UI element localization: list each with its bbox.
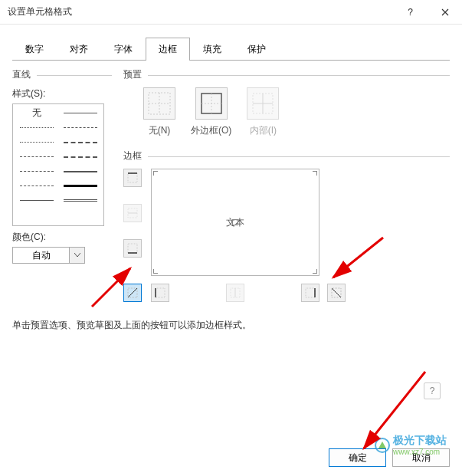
line-style-opt[interactable] [58,149,102,164]
border-vmiddle-button[interactable] [226,284,244,302]
line-style-opt[interactable] [15,164,58,179]
ok-button[interactable]: 确定 [329,448,386,467]
tab-alignment[interactable]: 对齐 [57,38,101,61]
content-area: 直线 样式(S): 无 [0,61,462,340]
tab-font[interactable]: 字体 [101,38,146,61]
preset-inside-button [247,87,279,120]
line-style-box[interactable]: 无 [12,103,104,226]
footer: 确定 取消 [329,448,450,467]
line-style-opt[interactable] [15,193,58,208]
border-right-icon [304,287,316,299]
preset-none-button[interactable] [143,87,175,120]
border-bottom-icon [126,242,139,254]
line-style-opt[interactable] [58,135,102,149]
border-hmiddle-icon [126,207,139,219]
preview-text: 文本 [226,216,244,229]
line-group-label: 直线 [12,68,112,81]
border-preview[interactable]: 文本 [151,169,319,276]
annotation-arrow-3-icon [352,368,437,460]
svg-rect-13 [128,244,137,253]
preset-row: 无(N) 外边框(O) 内部(I) [143,87,450,137]
line-style-opt[interactable] [15,120,58,135]
color-label: 颜色(C): [12,231,112,244]
svg-rect-21 [306,288,315,297]
tab-border[interactable]: 边框 [146,38,190,61]
svg-rect-17 [156,288,165,297]
color-value: 自动 [13,249,69,262]
style-label: 样式(S): [12,87,112,100]
border-left-icon [154,287,166,299]
tab-fill[interactable]: 填充 [190,38,234,61]
border-top-icon [126,172,139,184]
watermark-text: 极光下载站 [393,434,447,448]
preset-inside-label: 内部(I) [250,124,277,137]
preset-outline-label: 外边框(O) [191,124,231,137]
preset-none-icon [148,92,171,115]
close-button[interactable] [428,0,462,25]
line-style-none[interactable]: 无 [15,106,58,120]
line-style-opt[interactable] [58,106,102,120]
titlebar: 设置单元格格式 ? [0,0,462,25]
preset-inside-icon [251,92,274,115]
cancel-button[interactable]: 取消 [392,448,450,467]
border-diag-down-button[interactable] [327,284,346,302]
line-group: 直线 样式(S): 无 [12,68,112,264]
svg-line-24 [332,288,341,297]
border-diag-down-icon [330,287,342,299]
border-left-button[interactable] [151,284,169,302]
tabstrip: 数字 对齐 字体 边框 填充 保护 [0,25,462,60]
tab-protection[interactable]: 保护 [234,38,279,61]
border-area: 文本 [123,169,450,307]
close-icon [441,8,449,16]
line-style-opt[interactable] [58,179,102,193]
border-hmiddle-button[interactable] [123,204,142,222]
right-column: 预置 无(N) 外边框(O) 内部(I) 边框 [123,68,450,307]
line-style-opt[interactable] [15,149,58,164]
window-title: 设置单元格格式 [8,5,393,18]
preset-group-label: 预置 [123,68,450,81]
preset-outline-button[interactable] [195,87,228,120]
preset-none-label: 无(N) [149,124,171,137]
line-style-opt[interactable] [15,135,58,149]
border-group-label: 边框 [123,149,450,162]
border-right-button[interactable] [301,284,319,302]
svg-line-16 [128,288,137,297]
svg-line-27 [364,372,425,448]
help-titlebar-button[interactable]: ? [393,0,428,25]
border-bottom-button[interactable] [123,239,142,258]
line-style-opt[interactable] [58,193,102,208]
chevron-down-icon [69,248,84,263]
hint-text: 单击预置选项、预览草图及上面的按钮可以添加边框样式。 [12,307,450,332]
border-diag-up-button[interactable] [123,284,142,302]
line-style-opt[interactable] [15,179,58,193]
border-top-button[interactable] [123,169,142,187]
context-help-button[interactable]: ? [424,382,441,399]
line-style-opt[interactable] [58,164,102,179]
svg-rect-9 [128,173,137,182]
color-select[interactable]: 自动 [12,247,85,264]
border-vmiddle-icon [229,287,241,299]
preset-outline-icon [200,92,223,115]
border-diag-up-icon [126,287,139,299]
tab-number[interactable]: 数字 [12,38,57,61]
line-style-opt[interactable] [58,120,102,135]
